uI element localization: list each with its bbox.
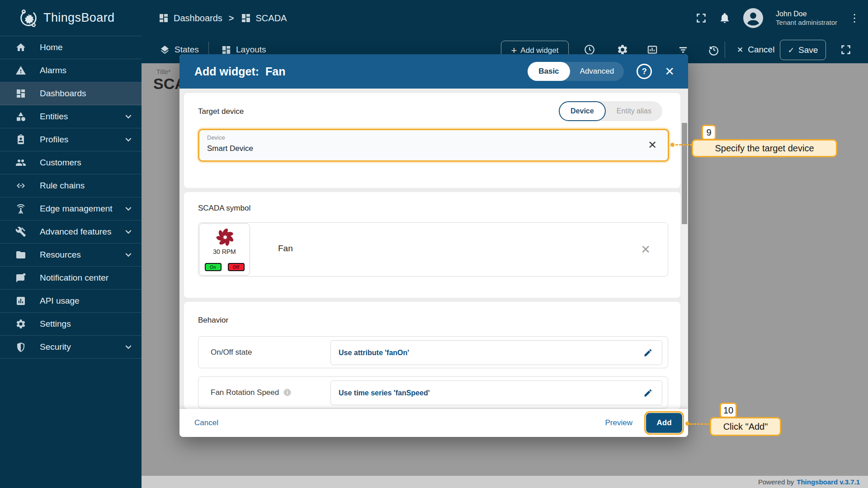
- breadcrumb-dashboards[interactable]: Dashboards: [158, 13, 222, 23]
- add-button[interactable]: Add: [646, 413, 682, 433]
- app-logo[interactable]: ThingsBoard: [0, 0, 142, 36]
- dashboards-icon: [158, 13, 169, 23]
- user-menu[interactable]: John Doe Tenant administrator: [776, 9, 837, 27]
- sidebar-item-alarms[interactable]: Alarms: [0, 59, 142, 82]
- sidebar-item-customers[interactable]: Customers: [0, 151, 142, 174]
- version-history-icon[interactable]: [708, 44, 720, 56]
- dialog-footer: Cancel Preview Add: [179, 409, 688, 437]
- user-avatar[interactable]: [742, 7, 764, 29]
- rule-chains-icon: [15, 180, 26, 191]
- fan-rotor-icon: [214, 226, 236, 248]
- sidebar-item-api-usage[interactable]: API usage: [0, 290, 142, 313]
- help-icon[interactable]: [637, 64, 652, 79]
- remove-symbol-icon[interactable]: [641, 244, 651, 255]
- sidebar-item-label: Home: [40, 42, 63, 52]
- thingsboard-app: ThingsBoard Dashboards > SCADA John Doe …: [0, 0, 868, 488]
- chevron-down-icon: [123, 227, 133, 237]
- sidebar-item-advanced-features[interactable]: Advanced features: [0, 221, 142, 244]
- chevron-down-icon: [123, 250, 133, 260]
- customers-icon: [15, 157, 26, 168]
- fullscreen-icon[interactable]: [840, 44, 852, 56]
- fan-off-preview-button: Off: [228, 263, 245, 271]
- clear-device-icon[interactable]: [648, 140, 657, 150]
- on-off-state-value-box[interactable]: Use attribute 'fanOn': [330, 340, 662, 365]
- callout-9-label: Specify the target device: [692, 139, 837, 157]
- advanced-features-icon: [15, 226, 26, 237]
- sidebar-item-home[interactable]: Home: [0, 36, 142, 59]
- fullscreen-icon[interactable]: [695, 12, 707, 24]
- dashboard-title-value: SCA: [153, 75, 179, 93]
- breadcrumb-separator: >: [229, 13, 234, 23]
- device-input[interactable]: Device Smart Device: [198, 129, 669, 162]
- device-input-label: Device: [207, 134, 225, 141]
- target-device-section: Target device Device Entity alias Device…: [184, 93, 680, 188]
- fan-symbol-preview: 30 RPM On Off: [199, 223, 250, 276]
- basic-advanced-toggle: Basic Advanced: [528, 62, 624, 81]
- info-icon: [283, 388, 292, 397]
- toggle-option-entity-alias[interactable]: Entity alias: [606, 107, 662, 115]
- page-footer: Powered by Thingsboard v.3.7.1: [142, 476, 868, 488]
- symbol-name: Fan: [278, 244, 293, 253]
- sidebar-item-resources[interactable]: Resources: [0, 244, 142, 267]
- home-icon: [15, 42, 26, 53]
- preview-button[interactable]: Preview: [605, 418, 632, 427]
- scada-symbol-heading: SCADA symbol: [198, 204, 250, 213]
- save-dashboard-button[interactable]: Save: [780, 40, 826, 60]
- callout-9-connector: [675, 144, 693, 145]
- dialog-cancel-button[interactable]: Cancel: [194, 418, 218, 427]
- row-label-text: Fan Rotation Speed: [211, 388, 279, 397]
- target-device-heading: Target device: [198, 107, 244, 116]
- row-label-text: On/Off state: [211, 348, 252, 357]
- dialog-close-icon[interactable]: [665, 66, 675, 77]
- powered-by-text: Powered by: [758, 478, 794, 486]
- modal-scrollbar-thumb[interactable]: [682, 123, 687, 224]
- edit-pencil-icon[interactable]: [643, 348, 653, 357]
- fan-rotation-speed-value: Use time series 'fanSpeed': [339, 389, 429, 397]
- on-off-state-label: On/Off state: [211, 337, 252, 368]
- sidebar-item-profiles[interactable]: Profiles: [0, 128, 142, 151]
- sidebar-item-settings[interactable]: Settings: [0, 313, 142, 336]
- tab-label: Layouts: [236, 45, 266, 55]
- thingsboard-version-link[interactable]: Thingsboard v.3.7.1: [797, 478, 860, 486]
- toggle-option-basic[interactable]: Basic: [528, 62, 570, 81]
- callout-9-number: 9: [702, 125, 716, 140]
- sidebar-item-label: Edge management: [40, 204, 113, 214]
- chevron-down-icon: [123, 135, 133, 145]
- fan-rotation-speed-value-box[interactable]: Use time series 'fanSpeed': [330, 380, 662, 405]
- sidebar-item-label: Resources: [40, 250, 81, 260]
- behavior-heading: Behavior: [198, 316, 228, 325]
- sidebar-item-label: Advanced features: [40, 227, 111, 237]
- more-menu-icon[interactable]: ⋮: [849, 13, 860, 23]
- sidebar-item-rule-chains[interactable]: Rule chains: [0, 174, 142, 197]
- edge-management-icon: [15, 203, 26, 214]
- breadcrumb: Dashboards > SCADA: [158, 0, 287, 36]
- sidebar-item-label: Settings: [40, 319, 71, 329]
- toggle-option-advanced[interactable]: Advanced: [570, 67, 624, 76]
- edit-pencil-icon[interactable]: [643, 388, 653, 398]
- chevron-down-icon: [123, 342, 133, 352]
- dashboards-icon: [15, 88, 26, 99]
- behavior-section: Behavior On/Off state Use attribute 'fan…: [184, 302, 680, 409]
- sidebar-item-notification-center[interactable]: Notification center: [0, 267, 142, 290]
- add-widget-dialog: Add widget:Fan Basic Advanced Target dev…: [179, 54, 688, 437]
- sidebar-item-edge-management[interactable]: Edge management: [0, 197, 142, 221]
- callout-10-connector: [690, 423, 711, 425]
- api-usage-icon: [15, 296, 26, 306]
- settings-gear-icon: [15, 319, 26, 329]
- scada-symbol-section: SCADA symbol: [184, 192, 680, 298]
- on-off-state-row: On/Off state Use attribute 'fanOn': [198, 336, 668, 368]
- breadcrumb-scada[interactable]: SCADA: [241, 13, 287, 23]
- callout-10-dot: [685, 422, 689, 426]
- dashboard-title-field-label: Title*: [156, 68, 170, 75]
- top-header: ThingsBoard Dashboards > SCADA John Doe …: [0, 0, 868, 36]
- sidebar-item-security[interactable]: Security: [0, 336, 142, 359]
- notifications-bell-icon[interactable]: [719, 12, 731, 24]
- toggle-option-device[interactable]: Device: [559, 101, 606, 121]
- security-shield-icon: [15, 342, 26, 352]
- sidebar-item-entities[interactable]: Entities: [0, 105, 142, 128]
- notification-center-icon: [15, 272, 26, 283]
- sidebar-item-dashboards[interactable]: Dashboards: [0, 82, 142, 105]
- cancel-edit-button[interactable]: Cancel: [737, 36, 774, 63]
- tab-label: States: [175, 45, 199, 55]
- fan-rotation-speed-row: Fan Rotation Speed Use time series 'fanS…: [198, 376, 668, 408]
